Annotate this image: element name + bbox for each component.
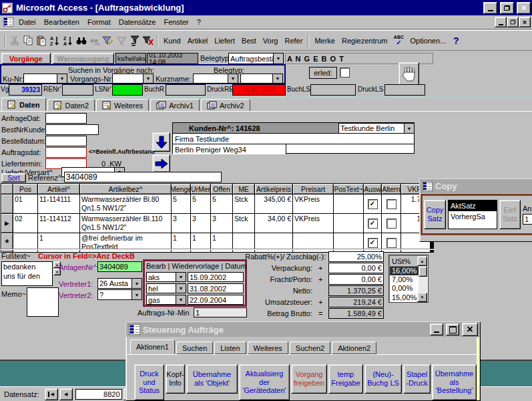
scroll-thumb[interactable] <box>419 266 427 277</box>
filter-apply-icon[interactable] <box>128 34 142 47</box>
list-item[interactable]: VorhergSa <box>449 211 497 222</box>
customer-line1[interactable]: Firma Testkunde <box>173 134 414 144</box>
scroll-up-button[interactable]: ▲ <box>417 256 427 266</box>
vorgangsnr-select[interactable]: ▼ <box>112 74 154 84</box>
cell-offen[interactable]: 3 <box>211 214 232 233</box>
tab-suchen2[interactable]: Suchen2 <box>290 342 330 354</box>
steuerung-minimize-button[interactable] <box>430 323 443 336</box>
column-header[interactable]: Artikelbez^ <box>80 184 171 194</box>
record-number-field[interactable]: 8820 <box>75 389 122 400</box>
tab-daten2[interactable]: Daten2 <box>47 99 95 112</box>
referenz-input[interactable]: 3404089 <box>64 172 222 182</box>
column-header[interactable]: Altern <box>382 184 401 194</box>
cell-preisart[interactable]: VKPreis <box>293 214 333 233</box>
spelling-icon[interactable]: ABC✓ <box>390 34 407 47</box>
cell-artikel[interactable]: 11-114111 <box>38 194 79 213</box>
steuerung-close-button[interactable]: × <box>462 323 478 336</box>
temp-freigabe-button[interactable]: temp Freigabe <box>328 364 363 394</box>
memo-textarea[interactable] <box>27 287 59 317</box>
einf-satz-button[interactable]: Einf Satz <box>499 200 521 229</box>
bestelldatum-input[interactable] <box>45 136 87 146</box>
tab-aktionen2[interactable]: Aktionen2 <box>332 342 376 354</box>
transfer-down-button[interactable] <box>152 132 170 152</box>
tab-aktionen1[interactable]: Aktionen1 <box>130 340 175 354</box>
fusstext-textarea[interactable]: bedanken uns für den <box>1 261 53 286</box>
list-item-selected[interactable]: AktSatz <box>449 200 497 211</box>
cell-postext[interactable] <box>334 194 363 213</box>
tab-warenausgang[interactable]: Warenausgang <box>52 53 114 64</box>
sort-ascending-icon[interactable]: AZ <box>48 34 61 47</box>
cell-ausw[interactable]: ✓ <box>364 214 381 233</box>
cell-artikelbez[interactable]: Warmwasserzähler Bl.110 Qn1.5 NW1/2" <box>80 214 171 233</box>
tab-archiv1[interactable]: Archiv1 <box>150 99 200 112</box>
cell-offen[interactable]: 5 <box>211 194 232 213</box>
filter-by-form-icon[interactable] <box>101 34 115 47</box>
toolbar-refer-button[interactable]: Refer <box>282 35 306 47</box>
bearb1-select[interactable]: aks▼ <box>146 272 186 282</box>
anfragedat-input[interactable] <box>45 113 87 124</box>
column-header[interactable] <box>1 184 13 194</box>
uebernahme-bestellung-button[interactable]: Übernahme als 'Bestellung' <box>432 364 477 400</box>
child-close-button[interactable]: × <box>519 17 531 27</box>
menu-fenster[interactable]: Fenster <box>160 17 192 27</box>
fracht-field[interactable]: 0,00 € <box>328 274 384 285</box>
toolbar-optionen-button[interactable]: Optionen... <box>407 35 449 47</box>
cell-me[interactable]: Stck <box>233 194 254 213</box>
column-header[interactable]: ME <box>233 184 254 194</box>
druck-status-button[interactable]: Druck und Status <box>134 364 164 400</box>
cell-artikel[interactable]: 11-114112 <box>38 214 79 233</box>
scrollbar[interactable] <box>419 266 427 293</box>
column-header[interactable]: Pos <box>13 184 37 194</box>
menu-datensaetze[interactable]: Datensätze <box>115 17 160 27</box>
kurzname-select-main[interactable]: Testkunde Berlin▼ <box>338 123 415 134</box>
kurzname-select[interactable]: ▼ <box>193 74 238 84</box>
auftragsdat-input[interactable] <box>45 147 87 158</box>
steuerung-titlebar[interactable]: Steuerung Aufträge × <box>126 322 480 337</box>
belegtyp-select[interactable]: Auftragsbestä▼ <box>228 53 284 64</box>
hand-button[interactable] <box>398 62 419 86</box>
find-icon[interactable] <box>75 34 88 47</box>
toolbar-vorg-button[interactable]: Vorg <box>260 35 282 47</box>
sort-button[interactable]: Sort <box>1 173 26 182</box>
column-header[interactable]: Artikel^ <box>38 184 79 194</box>
row-selector[interactable] <box>1 194 13 213</box>
cell-postext[interactable] <box>334 214 363 233</box>
tab-vorgaenge[interactable]: Vorgänge <box>1 53 51 64</box>
tab-weiteres[interactable]: Weiteres <box>96 99 149 112</box>
cell-menge[interactable]: 5 <box>172 194 190 213</box>
vertreter1-select[interactable]: 26 Austa▼ <box>97 278 142 289</box>
filter-remove-icon[interactable] <box>142 34 155 47</box>
tab-weiteres2[interactable]: Weiteres <box>248 342 288 354</box>
column-header[interactable]: PosText~ <box>334 184 363 194</box>
kopf-info-button[interactable]: Kopf- Info <box>166 364 185 394</box>
first-record-button[interactable]: ◀ <box>45 388 58 400</box>
stapel-druck-button[interactable]: Stapel -Druck <box>403 364 431 394</box>
cell-artikelpreis[interactable]: 34,00 € <box>255 214 292 233</box>
cell-pos[interactable]: 02 <box>13 214 37 233</box>
steuerung-maximize-button[interactable] <box>446 323 459 336</box>
kunr-select[interactable]: ▼ <box>23 74 67 84</box>
close-button[interactable]: × <box>517 2 531 14</box>
cell-pos[interactable]: 01 <box>13 194 37 213</box>
erled-checkbox[interactable] <box>340 68 349 77</box>
find-next-icon[interactable] <box>88 34 101 47</box>
bearb3-select[interactable]: gas▼ <box>146 295 186 305</box>
sort-descending-icon[interactable]: ZA <box>61 34 75 47</box>
tab-listen[interactable]: Listen <box>214 342 246 354</box>
column-header[interactable]: Ausw <box>364 184 381 194</box>
menu-hilfe[interactable]: ? <box>193 17 205 27</box>
cell-me[interactable]: Stck <box>233 214 254 233</box>
menu-bearbeiten[interactable]: Bearbeiten <box>40 17 83 27</box>
cut-icon[interactable] <box>8 34 21 47</box>
copy-satz-button[interactable]: Copy Satz <box>424 200 446 229</box>
column-header[interactable]: Preisart <box>293 184 333 194</box>
cell-menge[interactable]: 3 <box>172 214 190 233</box>
copy-titlebar[interactable]: Copy <box>420 179 532 193</box>
cell-artikelpreis[interactable]: 345,00 € <box>255 194 292 213</box>
child-minimize-button[interactable] <box>495 17 507 27</box>
menu-datei[interactable]: Datei <box>15 17 40 27</box>
scroll-down-button[interactable]: ▼ <box>417 292 427 302</box>
ust-item[interactable]: 15,00% <box>390 293 417 301</box>
ust-item-selected[interactable]: 16,00% <box>390 267 421 275</box>
cell-altern[interactable] <box>382 214 401 233</box>
